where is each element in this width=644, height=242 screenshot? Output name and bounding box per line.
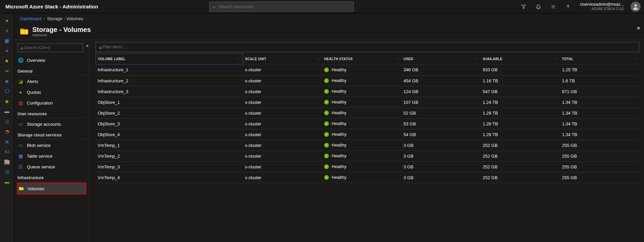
cell-used: 3 GB: [402, 140, 481, 151]
rail-grid[interactable]: ▪▪: [0, 66, 14, 76]
table-row[interactable]: VmTemp_1s-clusterHealthy3 GB252 GB255 GB: [96, 140, 640, 151]
filter-input[interactable]: [102, 44, 636, 50]
nav-search-input[interactable]: [23, 45, 80, 50]
cell-scale: s-cluster: [243, 151, 322, 161]
nav-label: Quotas: [27, 90, 41, 95]
collapse-nav-button[interactable]: «: [86, 43, 88, 48]
cell-volume: Infrastructure_2: [96, 75, 243, 86]
cell-total: 1.34 TB: [560, 129, 639, 140]
nav-quotas[interactable]: ● Quotas: [17, 87, 86, 97]
filter-icon[interactable]: [516, 0, 531, 13]
nav-volumes[interactable]: Volumes: [17, 183, 86, 194]
section-cloud-services: Storage cloud services: [17, 129, 86, 139]
rail-add[interactable]: ＋: [0, 26, 14, 36]
folder-icon: [18, 186, 24, 192]
col-scale-unit[interactable]: SCALE UNIT↑↓: [243, 54, 322, 65]
nav-overview[interactable]: 🌐 Overview: [17, 55, 86, 66]
settings-icon[interactable]: [546, 0, 561, 13]
col-available[interactable]: AVAILABLE↑↓: [481, 54, 560, 65]
rail-monitor[interactable]: 🖵: [0, 86, 14, 96]
cell-health: Healthy: [322, 118, 402, 129]
cell-health: Healthy: [322, 140, 402, 151]
rail-lines[interactable]: ≣: [0, 136, 14, 147]
healthy-icon: [324, 111, 329, 115]
breadcrumb-root[interactable]: Dashboard: [20, 16, 42, 21]
healthy-icon: [324, 164, 329, 169]
search-input[interactable]: [218, 4, 350, 9]
cell-available: 1.29 TB: [481, 129, 560, 140]
rail-store[interactable]: 🏬: [0, 157, 14, 167]
col-used[interactable]: USED↑↓: [402, 54, 481, 65]
cell-scale: s-cluster: [243, 86, 322, 97]
rail-tag[interactable]: 🏷: [0, 147, 14, 157]
cell-total: 1.34 TB: [560, 97, 639, 108]
col-total[interactable]: TOTAL↑↓: [560, 54, 639, 65]
section-user-resources: User resources: [17, 108, 86, 118]
cell-used: 3 GB: [402, 161, 481, 172]
cell-health: Healthy: [322, 97, 402, 108]
table-row[interactable]: Infrastructure_3s-clusterHealthy124 GB54…: [96, 86, 640, 97]
nav-blob-service[interactable]: ▭ Blob service: [17, 140, 86, 151]
table-row[interactable]: ObjStore_3s-clusterHealthy53 GB1.29 TB1.…: [96, 118, 640, 129]
user-account[interactable]: ciserviceadmin@msaz... AZURE STACK CI 02: [575, 2, 627, 11]
cell-scale: s-cluster: [243, 75, 322, 86]
nav-alerts[interactable]: ◪ Alerts: [17, 76, 86, 87]
nav-table-service[interactable]: ▦ Table service: [17, 151, 86, 161]
cell-available: 547 GB: [481, 86, 560, 97]
cell-health: Healthy: [322, 65, 402, 75]
rail-diamond[interactable]: ◆: [0, 96, 14, 106]
rail-expand[interactable]: »: [0, 15, 14, 26]
volumes-table: VOLUME LABEL↑↓ SCALE UNIT↑↓ HEALTH STATU…: [96, 53, 639, 183]
global-search[interactable]: ⌕: [209, 2, 354, 12]
cell-used: 54 GB: [402, 129, 481, 140]
section-infrastructure: Infrastructure: [17, 172, 86, 182]
cell-available: 252 GB: [481, 172, 560, 183]
table-row[interactable]: Infrastructure_1s-clusterHealthy346 GB93…: [96, 65, 640, 76]
table-row[interactable]: ObjStore_2s-clusterHealthy52 GB1.29 TB1.…: [96, 108, 640, 118]
table-row[interactable]: VmTemp_3s-clusterHealthy3 GB252 GB255 GB: [96, 161, 640, 172]
help-icon[interactable]: [561, 0, 575, 13]
col-volume-label[interactable]: VOLUME LABEL↑↓: [96, 54, 243, 65]
rail-bar[interactable]: ▬: [0, 106, 14, 116]
close-blade-button[interactable]: ✕: [637, 26, 641, 31]
top-header: Microsoft Azure Stack - Administration ⌕…: [0, 0, 644, 13]
nav-label: Table service: [27, 154, 52, 159]
highlight-volumes: Volumes: [17, 183, 86, 195]
nav-configuration[interactable]: ▤ Configuration: [17, 97, 86, 108]
cell-used: 3 GB: [402, 151, 481, 161]
nav-queue-service[interactable]: ☰ Queue service: [17, 161, 86, 172]
rail-gauge[interactable]: ◔: [0, 126, 14, 136]
cell-volume: ObjStore_3: [96, 118, 243, 129]
rail-folder[interactable]: ▬: [0, 177, 14, 187]
cell-used: 346 GB: [402, 65, 481, 76]
blade-subtitle: redmond: [32, 33, 91, 37]
cell-scale: s-cluster: [243, 129, 322, 140]
rail-cube[interactable]: ◈: [0, 76, 14, 86]
cell-available: 252 GB: [481, 161, 560, 172]
table-row[interactable]: ObjStore_1s-clusterHealthy107 GB1.24 TB1…: [96, 97, 640, 108]
folder-icon: [20, 27, 29, 36]
section-general: General: [17, 66, 86, 75]
notifications-icon[interactable]: [531, 0, 546, 13]
cell-volume: VmTemp_1: [96, 140, 243, 151]
table-row[interactable]: VmTemp_2s-clusterHealthy3 GB252 GB255 GB: [96, 151, 640, 161]
nav-storage-accounts[interactable]: ▭ Storage accounts: [17, 119, 86, 129]
rail-clock[interactable]: ◷: [0, 167, 14, 177]
healthy-icon: [324, 132, 329, 137]
avatar[interactable]: [631, 2, 641, 12]
filter-box[interactable]: ⌕: [96, 42, 639, 52]
cell-available: 1.29 TB: [481, 108, 560, 118]
rail-code[interactable]: ⟨⟩: [0, 116, 14, 126]
table-row[interactable]: ObjStore_4s-clusterHealthy54 GB1.29 TB1.…: [96, 129, 640, 140]
table-row[interactable]: Infrastructure_2s-clusterHealthy454 GB1.…: [96, 75, 640, 86]
col-health-status[interactable]: HEALTH STATUS↑↓: [322, 54, 402, 65]
healthy-icon: [324, 78, 329, 83]
nav-search[interactable]: ⌕: [17, 43, 83, 52]
rail-list[interactable]: ≡: [0, 46, 14, 56]
rail-dashboard[interactable]: ▦: [0, 36, 14, 46]
cell-scale: s-cluster: [243, 108, 322, 118]
table-row[interactable]: VmTemp_4s-clusterHealthy3 GB252 GB255 GB: [96, 172, 640, 183]
cell-health: Healthy: [322, 151, 402, 161]
sort-icon: ↑↓: [317, 57, 320, 61]
rail-favorite[interactable]: ★: [0, 56, 14, 66]
